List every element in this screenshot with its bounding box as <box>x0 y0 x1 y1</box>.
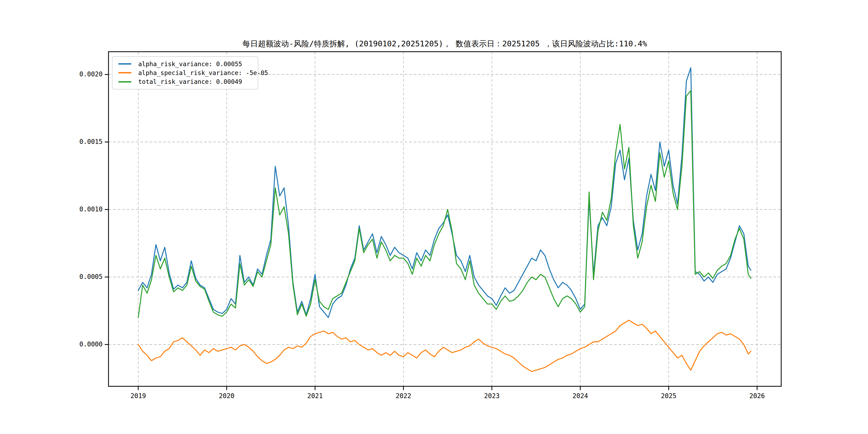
legend-line-swatch-orange <box>118 72 131 73</box>
legend-label: alpha_risk_variance: 0.00055 <box>138 61 242 67</box>
legend: alpha_risk_variance: 0.00055 alpha_speci… <box>112 56 258 90</box>
series-line-alpha_special_risk_variance <box>138 320 751 372</box>
x-tick-label: 2021 <box>299 392 331 400</box>
legend-label: alpha_special_risk_variance: -5e-05 <box>138 69 268 76</box>
x-tick-label: 2022 <box>388 392 420 400</box>
x-tick-label: 2020 <box>211 392 243 400</box>
legend-label: total_risk_variance: 0.00049 <box>138 78 242 85</box>
x-tick-label: 2023 <box>476 392 508 400</box>
y-tick-label: 0.0010 <box>65 206 103 213</box>
legend-line-swatch-blue <box>118 63 131 65</box>
series-line-alpha_risk_variance <box>138 68 751 317</box>
y-tick-label: 0.0015 <box>65 138 103 146</box>
y-tick-label: 0.0020 <box>65 70 103 78</box>
chart-title: 每日超额波动-风险/特质拆解, (20190102,20251205)， 数值表… <box>243 38 647 49</box>
y-tick-label: 0.0005 <box>65 273 103 280</box>
y-tick-label: 0.0000 <box>65 341 103 348</box>
legend-entry-total-risk-variance: total_risk_variance: 0.00049 <box>115 78 254 86</box>
legend-entry-alpha-risk-variance: alpha_risk_variance: 0.00055 <box>115 60 254 68</box>
x-tick-label: 2019 <box>122 392 154 400</box>
legend-entry-alpha-special-risk-variance: alpha_special_risk_variance: -5e-05 <box>115 68 254 77</box>
series-line-total_risk_variance <box>138 91 751 318</box>
x-tick-label: 2026 <box>741 392 773 400</box>
legend-line-swatch-green <box>118 81 131 83</box>
chart-figure: 每日超额波动-风险/特质拆解, (20190102,20251205)， 数值表… <box>0 0 868 434</box>
x-tick-label: 2025 <box>653 392 685 400</box>
x-tick-label: 2024 <box>564 392 596 400</box>
